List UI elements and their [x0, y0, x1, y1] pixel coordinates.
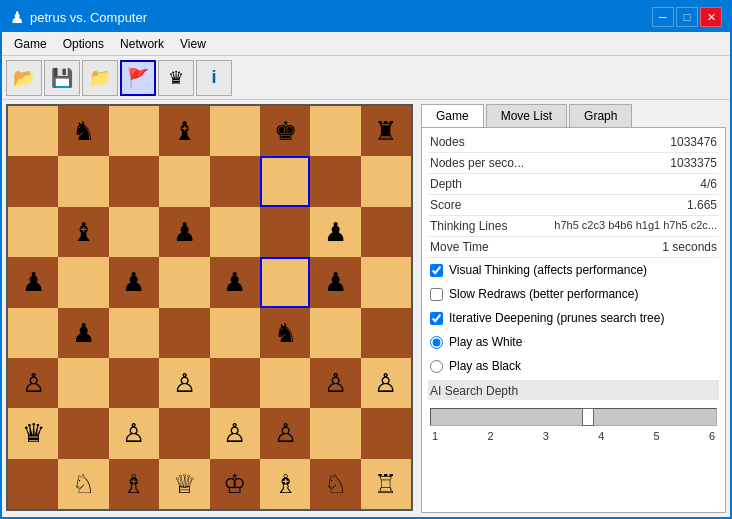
tab-graph[interactable]: Graph: [569, 104, 632, 127]
slow-redraws-checkbox[interactable]: [430, 288, 443, 301]
board-cell[interactable]: [260, 257, 310, 307]
board-cell[interactable]: [310, 156, 360, 206]
close-button[interactable]: ✕: [700, 7, 722, 27]
board-cell[interactable]: ♜: [361, 106, 411, 156]
play-black-radio[interactable]: [430, 360, 443, 373]
board-cell[interactable]: ♞: [58, 106, 108, 156]
slider-label-1: 1: [432, 430, 438, 442]
board-cell[interactable]: [260, 207, 310, 257]
board-cell[interactable]: [210, 106, 260, 156]
board-cell[interactable]: [58, 358, 108, 408]
board-cell[interactable]: [58, 408, 108, 458]
board-cell[interactable]: ♘: [310, 459, 360, 509]
chess-piece: ♙: [223, 420, 246, 446]
chess-icon-btn[interactable]: ♛: [158, 60, 194, 96]
board-cell[interactable]: [8, 308, 58, 358]
iterative-deepening-checkbox[interactable]: [430, 312, 443, 325]
open-folder-btn[interactable]: 📂: [6, 60, 42, 96]
menu-options[interactable]: Options: [55, 35, 112, 53]
board-cell[interactable]: ♘: [58, 459, 108, 509]
restore-button[interactable]: □: [676, 7, 698, 27]
board-cell[interactable]: [210, 308, 260, 358]
board-cell[interactable]: ♙: [361, 358, 411, 408]
board-cell[interactable]: [109, 358, 159, 408]
board-cell[interactable]: ♟: [210, 257, 260, 307]
board-cell[interactable]: ♚: [260, 106, 310, 156]
board-cell[interactable]: [109, 156, 159, 206]
board-cell[interactable]: [361, 408, 411, 458]
board-cell[interactable]: [260, 358, 310, 408]
board-cell[interactable]: [210, 358, 260, 408]
board-cell[interactable]: [210, 156, 260, 206]
board-cell[interactable]: ♟: [159, 207, 209, 257]
board-cell[interactable]: [159, 257, 209, 307]
chess-piece: ♙: [374, 370, 397, 396]
board-cell[interactable]: ♙: [159, 358, 209, 408]
board-cell[interactable]: ♙: [310, 358, 360, 408]
board-cell[interactable]: ♙: [260, 408, 310, 458]
board-cell[interactable]: [8, 207, 58, 257]
board-cell[interactable]: [361, 207, 411, 257]
board-cell[interactable]: ♟: [310, 257, 360, 307]
board-cell[interactable]: ♟: [310, 207, 360, 257]
slider-label-2: 2: [487, 430, 493, 442]
folder-green-btn[interactable]: 📁: [82, 60, 118, 96]
board-cell[interactable]: ♝: [58, 207, 108, 257]
board-cell[interactable]: [159, 156, 209, 206]
info-btn[interactable]: i: [196, 60, 232, 96]
save-btn[interactable]: 💾: [44, 60, 80, 96]
board-cell[interactable]: [361, 156, 411, 206]
board-cell[interactable]: [159, 408, 209, 458]
flag-btn[interactable]: 🚩: [120, 60, 156, 96]
board-cell[interactable]: ♔: [210, 459, 260, 509]
board-cell[interactable]: ♙: [210, 408, 260, 458]
board-cell[interactable]: [159, 308, 209, 358]
board-cell[interactable]: ♗: [109, 459, 159, 509]
board-cell[interactable]: [361, 308, 411, 358]
tab-move-list[interactable]: Move List: [486, 104, 567, 127]
board-cell[interactable]: [109, 106, 159, 156]
slider-thumb[interactable]: [582, 408, 594, 426]
chess-piece: ♟: [72, 320, 95, 346]
board-cell[interactable]: ♕: [159, 459, 209, 509]
board-cell[interactable]: [58, 156, 108, 206]
menu-network[interactable]: Network: [112, 35, 172, 53]
board-cell[interactable]: [8, 106, 58, 156]
board-cell[interactable]: ♟: [8, 257, 58, 307]
slider-label-3: 3: [543, 430, 549, 442]
board-cell[interactable]: [58, 257, 108, 307]
board-cell[interactable]: [8, 459, 58, 509]
board-cell[interactable]: [210, 207, 260, 257]
board-cell[interactable]: [109, 308, 159, 358]
board-cell[interactable]: ♖: [361, 459, 411, 509]
board-cell[interactable]: ♞: [260, 308, 310, 358]
board-cell[interactable]: ♟: [58, 308, 108, 358]
board-cell[interactable]: ♙: [109, 408, 159, 458]
board-cell[interactable]: ♛: [8, 408, 58, 458]
board-cell[interactable]: ♝: [159, 106, 209, 156]
board-cell[interactable]: [310, 308, 360, 358]
menu-view[interactable]: View: [172, 35, 214, 53]
checkbox-slow-redraws: Slow Redraws (better performance): [428, 282, 719, 306]
visual-thinking-checkbox[interactable]: [430, 264, 443, 277]
title-bar: ♟ petrus vs. Computer ─ □ ✕: [2, 2, 730, 32]
chess-piece: ♞: [274, 320, 297, 346]
minimize-button[interactable]: ─: [652, 7, 674, 27]
board-cell[interactable]: [260, 156, 310, 206]
board-cell[interactable]: [361, 257, 411, 307]
play-white-radio[interactable]: [430, 336, 443, 349]
chess-piece: ♕: [173, 471, 196, 497]
board-cell[interactable]: [8, 156, 58, 206]
slider-track: [430, 408, 717, 426]
board-cell[interactable]: ♗: [260, 459, 310, 509]
board-cell[interactable]: [310, 106, 360, 156]
chess-piece: ♟: [173, 219, 196, 245]
board-cell[interactable]: ♟: [109, 257, 159, 307]
chess-piece: ♜: [374, 118, 397, 144]
board-cell[interactable]: [310, 408, 360, 458]
board-cell[interactable]: ♙: [8, 358, 58, 408]
menu-bar: Game Options Network View: [2, 32, 730, 56]
board-cell[interactable]: [109, 207, 159, 257]
menu-game[interactable]: Game: [6, 35, 55, 53]
tab-game[interactable]: Game: [421, 104, 484, 127]
